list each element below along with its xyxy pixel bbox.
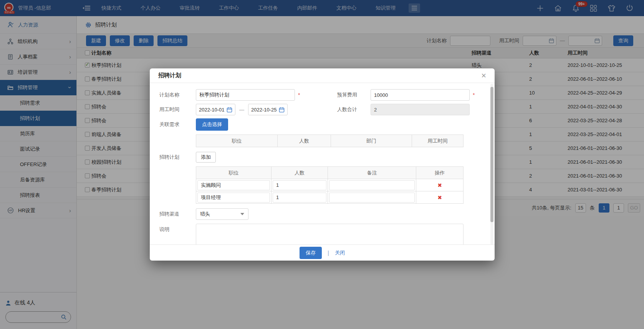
click-select-button[interactable]: 点击选择 (196, 118, 228, 131)
plan-row: ✖ (196, 179, 464, 191)
row-plan-name: 计划名称 * 预算费用 * (159, 89, 495, 101)
plan-table: 职位 人数 备注 操作 ✖ (196, 166, 464, 204)
required-asterisk: * (473, 92, 477, 98)
dialog-header: 招聘计划 × (150, 68, 495, 83)
plan-table-body: ✖ ✖ (196, 179, 464, 204)
start-date-picker[interactable]: 2022-10-01 (196, 104, 235, 115)
dialog-scrollbar-thumb[interactable] (490, 87, 493, 222)
calendar-icon[interactable] (279, 107, 285, 113)
plan-table-header: 职位 人数 备注 操作 (196, 166, 464, 179)
note-label: 说明 (159, 224, 196, 233)
count-input[interactable] (273, 193, 326, 203)
requirement-table-header: 职位 人数 部门 用工时间 (196, 135, 464, 147)
dropdown-caret-icon (240, 213, 244, 215)
end-date-picker[interactable]: 2022-10-25 (248, 104, 288, 115)
recruit-plan-dialog: 招聘计划 × 计划名称 * 预算费用 * 用工时间 2022-10-01 (150, 68, 495, 261)
calendar-icon[interactable] (227, 107, 232, 113)
budget-label: 预算费用 (337, 91, 371, 98)
requirement-table: 职位 人数 部门 用工时间 (196, 135, 464, 147)
count-input[interactable] (273, 180, 326, 190)
recruit-plan-label: 招聘计划 (159, 154, 196, 161)
channel-select[interactable]: 猎头 (196, 208, 248, 220)
plan-row: ✖ (196, 191, 464, 204)
total-count-label: 人数合计 (337, 106, 371, 113)
position-input[interactable] (197, 180, 270, 190)
plan-name-label: 计划名称 (159, 91, 196, 98)
work-time-label: 用工时间 (159, 106, 196, 113)
position-input[interactable] (197, 193, 270, 203)
footer-separator: | (328, 249, 329, 256)
save-button[interactable]: 保存 (300, 247, 322, 259)
total-count-field: 2 (371, 104, 470, 115)
app-window: ∞ 华天动力 管理员 -信息部 快捷方式 个人办公 审批流转 工作中心 工作任务… (0, 0, 644, 329)
close-button[interactable]: 关闭 (335, 249, 345, 256)
row-work-time: 用工时间 2022-10-01 — 2022-10-25 人数合计 2 (159, 104, 495, 115)
note-textarea[interactable] (196, 224, 464, 244)
channel-label: 招聘渠道 (159, 211, 196, 218)
add-row-button[interactable]: 添加 (196, 152, 216, 163)
note-input[interactable] (329, 193, 415, 203)
delete-row-icon[interactable]: ✖ (417, 182, 462, 188)
plan-name-input[interactable] (196, 89, 295, 101)
budget-input[interactable] (371, 89, 470, 101)
row-linked-requirement: 关联需求 点击选择 (159, 118, 495, 131)
date-range-dash: — (239, 107, 244, 113)
close-icon[interactable]: × (481, 71, 486, 80)
dialog-scrollbar[interactable] (490, 84, 493, 244)
note-input[interactable] (329, 180, 415, 190)
linked-requirement-label: 关联需求 (159, 121, 196, 128)
dialog-body: 计划名称 * 预算费用 * 用工时间 2022-10-01 — (150, 83, 495, 244)
row-recruit-plan: 招聘计划 添加 (159, 152, 495, 163)
row-channel: 招聘渠道 猎头 (159, 208, 495, 220)
delete-row-icon[interactable]: ✖ (417, 194, 462, 201)
dialog-footer: 保存 | 关闭 (150, 244, 495, 261)
row-note: 说明 (159, 224, 495, 244)
dialog-title: 招聘计划 (158, 72, 181, 79)
required-asterisk: * (298, 92, 303, 98)
